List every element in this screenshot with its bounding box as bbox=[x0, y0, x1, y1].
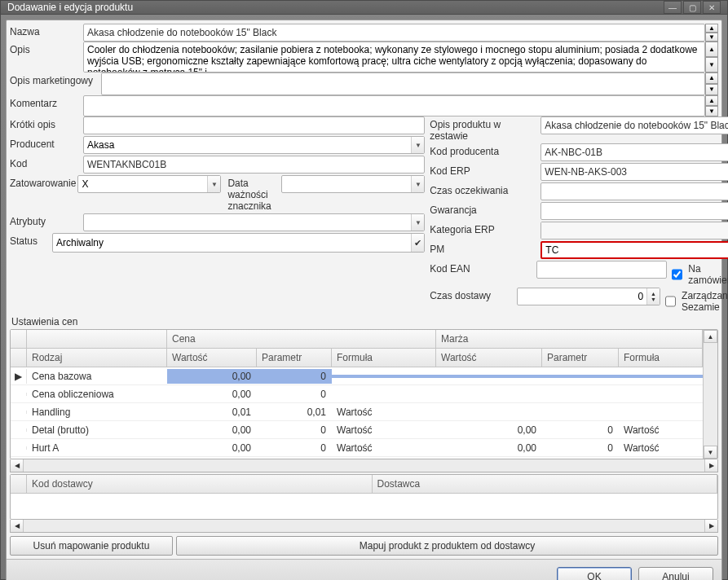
opis-textarea[interactable]: Cooler do chłodzenia notebooków; zasilan… bbox=[83, 42, 705, 72]
zatowarowanie-combo[interactable]: ▼ bbox=[77, 175, 221, 193]
scroll-track[interactable] bbox=[704, 343, 717, 446]
nazwa-input[interactable] bbox=[83, 24, 705, 42]
atrybuty-value[interactable] bbox=[84, 214, 411, 231]
label-komentarz: Komentarz bbox=[10, 95, 82, 116]
status-value[interactable] bbox=[53, 234, 411, 252]
producent-combo[interactable]: ▼ bbox=[83, 136, 425, 154]
komentarz-stepper[interactable]: ▲▼ bbox=[705, 95, 718, 116]
nazwa-stepper[interactable]: ▲▼ bbox=[705, 24, 718, 42]
label-pm: PM bbox=[430, 241, 539, 259]
supplier-grid[interactable]: Kod dostawcy Dostawca bbox=[10, 474, 718, 520]
kod-erp-input[interactable] bbox=[540, 163, 728, 181]
window-controls: — ▢ ✕ bbox=[664, 1, 721, 14]
label-gwarancja: Gwarancja bbox=[430, 202, 539, 220]
komentarz-textarea[interactable] bbox=[83, 95, 705, 116]
col-indicator bbox=[11, 349, 27, 367]
czas-oczekiwania-value[interactable] bbox=[541, 183, 728, 200]
minimize-button[interactable]: — bbox=[664, 1, 682, 14]
data-waznosci-value[interactable] bbox=[282, 176, 411, 192]
label-opis-zestaw: Opis produktu w zestawie bbox=[430, 116, 539, 142]
supplier-body[interactable] bbox=[11, 494, 717, 519]
zatowarowanie-value[interactable] bbox=[78, 176, 207, 192]
col-m-formula[interactable]: Formuła bbox=[619, 349, 703, 367]
col-rodzaj[interactable]: Rodzaj bbox=[27, 349, 167, 367]
map-product-button[interactable]: Mapuj produkt z produktem od dostawcy bbox=[176, 536, 718, 556]
scroll-right-icon[interactable]: ▶ bbox=[704, 520, 717, 532]
hscroll-track[interactable] bbox=[24, 459, 704, 472]
chevron-down-icon[interactable]: ✔ bbox=[411, 234, 424, 252]
titlebar: Dodawanie i edycja produktu — ▢ ✕ bbox=[1, 1, 727, 15]
col-m-parametr[interactable]: Parametr bbox=[542, 349, 619, 367]
scroll-up-icon[interactable]: ▲ bbox=[704, 330, 717, 343]
maximize-button[interactable]: ▢ bbox=[683, 1, 701, 14]
product-edit-window: Dodawanie i edycja produktu — ▢ ✕ Nazwa … bbox=[0, 0, 728, 580]
label-status: Status bbox=[10, 233, 51, 253]
close-button[interactable]: ✕ bbox=[703, 1, 721, 14]
price-grid-body[interactable]: ▶Cena bazowa0,000Cena obliczeniowa0,000H… bbox=[11, 367, 703, 459]
chevron-down-icon[interactable]: ▼ bbox=[411, 137, 424, 153]
table-row[interactable]: Detal (brutto)0,000Wartość0,000Wartość bbox=[11, 421, 703, 439]
section-ustawienia-cen: Ustawienia cen bbox=[11, 316, 718, 327]
czas-oczekiwania-combo[interactable]: ▼ bbox=[540, 182, 728, 200]
col-c-formula[interactable]: Formuła bbox=[332, 349, 436, 367]
zarzadzany-input[interactable] bbox=[665, 296, 676, 307]
table-row[interactable]: Hurt A0,000Wartość0,000Wartość bbox=[11, 439, 703, 457]
opis-marketing-textarea[interactable] bbox=[101, 72, 705, 95]
atrybuty-combo[interactable]: ▼ bbox=[83, 213, 425, 231]
stepper-icon[interactable]: ▲▼ bbox=[646, 288, 660, 305]
table-row[interactable]: Handling0,010,01Wartość bbox=[11, 403, 703, 421]
label-kod-erp: Kod ERP bbox=[430, 163, 539, 181]
pm-combo[interactable]: ▼ bbox=[540, 241, 728, 259]
na-zamowienie-input[interactable] bbox=[672, 269, 682, 280]
supplier-hscrollbar[interactable]: ◀ ▶ bbox=[10, 520, 718, 533]
pm-value[interactable] bbox=[542, 243, 728, 257]
ok-button[interactable]: OK bbox=[557, 567, 632, 581]
sup-col-kod-dostawcy[interactable]: Kod dostawcy bbox=[27, 475, 373, 493]
kategoria-erp-combo[interactable]: ▼ bbox=[540, 222, 728, 239]
na-zamowienie-checkbox[interactable]: Na zamówienie? bbox=[668, 261, 728, 286]
col-c-parametr[interactable]: Parametr bbox=[257, 349, 332, 367]
table-row[interactable]: Cena obliczeniowa0,000 bbox=[11, 385, 703, 403]
price-grid[interactable]: Cena Marża Rodzaj Wartość Parametr Formu… bbox=[10, 329, 718, 459]
vscrollbar[interactable]: ▲ ▼ bbox=[703, 330, 717, 459]
col-c-wartosc[interactable]: Wartość bbox=[167, 349, 257, 367]
hscroll-track[interactable] bbox=[24, 520, 704, 532]
gwarancja-combo[interactable]: ▼ bbox=[540, 202, 728, 220]
opis-zestaw-input[interactable] bbox=[540, 116, 728, 134]
scroll-left-icon[interactable]: ◀ bbox=[11, 459, 24, 472]
sup-col-indicator bbox=[11, 475, 27, 493]
hscrollbar[interactable]: ◀ ▶ bbox=[10, 459, 718, 472]
group-blank2 bbox=[27, 330, 167, 348]
czas-dostawy-value[interactable] bbox=[518, 288, 646, 305]
kod-ean-input[interactable] bbox=[536, 261, 667, 279]
chevron-down-icon[interactable]: ▼ bbox=[207, 176, 220, 192]
data-waznosci-combo[interactable]: ▼ bbox=[281, 175, 425, 193]
kod-producenta-input[interactable] bbox=[540, 143, 728, 161]
label-producent: Producent bbox=[10, 136, 82, 154]
opis-stepper[interactable]: ▲▼ bbox=[705, 42, 718, 72]
label-atrybuty: Atrybuty bbox=[10, 213, 82, 231]
col-m-wartosc[interactable]: Wartość bbox=[436, 349, 542, 367]
label-opis: Opis bbox=[10, 42, 82, 72]
scroll-left-icon[interactable]: ◀ bbox=[11, 520, 24, 532]
sup-col-dostawca[interactable]: Dostawca bbox=[373, 475, 718, 493]
zarzadzany-checkbox[interactable]: Zarządzany w Sezamie bbox=[662, 288, 728, 313]
dialog-footer: OK Anuluj bbox=[7, 559, 721, 580]
remove-mapping-button[interactable]: Usuń mapowanie produktu bbox=[10, 536, 173, 556]
status-combo[interactable]: ✔ bbox=[52, 233, 425, 253]
gwarancja-value[interactable] bbox=[541, 203, 728, 219]
chevron-down-icon[interactable]: ▼ bbox=[411, 176, 424, 192]
krotki-opis-input[interactable] bbox=[83, 116, 425, 134]
label-opis-marketing: Opis marketingowy bbox=[10, 72, 99, 95]
opis-marketing-stepper[interactable]: ▲▼ bbox=[705, 72, 718, 95]
label-czas-oczekiwania: Czas oczekiwania bbox=[430, 182, 539, 200]
scroll-right-icon[interactable]: ▶ bbox=[704, 459, 717, 472]
cancel-button[interactable]: Anuluj bbox=[638, 567, 713, 581]
table-row[interactable]: ▶Cena bazowa0,000 bbox=[11, 367, 703, 385]
chevron-down-icon[interactable]: ▼ bbox=[411, 214, 424, 231]
scroll-down-icon[interactable]: ▼ bbox=[704, 446, 717, 459]
producent-value[interactable] bbox=[84, 137, 411, 153]
kod-input[interactable] bbox=[83, 156, 425, 174]
czas-dostawy-stepper[interactable]: ▲▼ bbox=[517, 288, 660, 305]
label-data-waznosci: Data ważności znacznika bbox=[223, 175, 280, 212]
